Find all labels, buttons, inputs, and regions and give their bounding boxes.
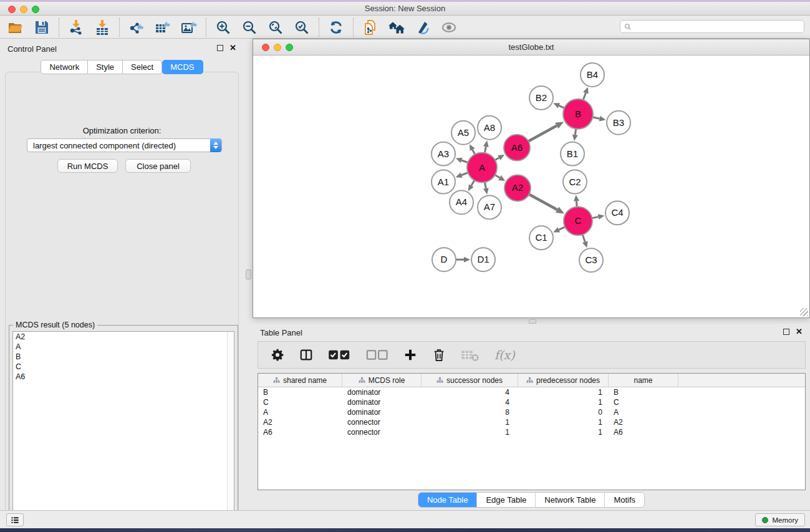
graph-node-C3[interactable]: C3: [579, 248, 603, 272]
tab-edge-table[interactable]: Edge Table: [476, 493, 535, 507]
graph-node-B4[interactable]: B4: [581, 63, 604, 87]
graph-node-C4[interactable]: C4: [605, 201, 629, 225]
list-scrollbar[interactable]: [227, 332, 234, 532]
table-row[interactable]: Bdominator41B: [258, 387, 805, 397]
graph-node-B[interactable]: B: [563, 99, 593, 129]
tab-motifs[interactable]: Motifs: [604, 493, 644, 507]
tab-network[interactable]: Network: [41, 60, 88, 74]
graph-node-A8[interactable]: A8: [478, 116, 501, 140]
network-canvas[interactable]: AA6A2BCA1A3A4A5A7A8B1B2B3B4C1C2C3C4DD1: [253, 56, 809, 317]
close-table-panel-icon[interactable]: ✕: [796, 329, 803, 335]
open-folder-button[interactable]: [6, 18, 25, 37]
graph-node-C[interactable]: C: [564, 206, 592, 235]
tab-node-table[interactable]: Node Table: [418, 493, 477, 507]
select-all-icon[interactable]: [328, 346, 351, 364]
horizontal-splitter-handle[interactable]: [529, 319, 536, 324]
close-panel-button[interactable]: Close panel: [125, 159, 191, 173]
run-mcds-button[interactable]: Run MCDS: [57, 159, 118, 173]
graph-node-A1[interactable]: A1: [432, 170, 455, 194]
graph-node-A6[interactable]: A6: [504, 135, 530, 161]
memory-button[interactable]: Memory: [755, 513, 805, 526]
gear-icon[interactable]: [271, 346, 284, 364]
home-button[interactable]: [387, 18, 406, 37]
mcds-result-item[interactable]: B: [13, 352, 234, 362]
zoom-in-button[interactable]: [214, 18, 233, 37]
table-row[interactable]: A2connector11A2: [258, 417, 805, 427]
graph-node-A2[interactable]: A2: [504, 175, 531, 201]
mcds-result-item[interactable]: A2: [13, 332, 234, 342]
export-image-button[interactable]: [180, 18, 198, 37]
tab-mcds[interactable]: MCDS: [162, 60, 203, 74]
column-header-predecessor-nodes[interactable]: predecessor nodes: [518, 374, 609, 387]
svg-text:B: B: [575, 109, 581, 119]
zoom-out-button[interactable]: [240, 18, 259, 37]
import-network-button[interactable]: [67, 18, 85, 37]
table-cell: 1: [518, 428, 609, 437]
eye-button[interactable]: [440, 18, 458, 37]
search-field[interactable]: [620, 20, 804, 33]
close-panel-icon[interactable]: ✕: [229, 45, 236, 51]
arrowhead-icon: [582, 241, 588, 248]
column-header-shared-name[interactable]: shared name: [258, 374, 342, 387]
float-panel-icon[interactable]: [217, 45, 223, 51]
graph-node-A4[interactable]: A4: [450, 190, 473, 214]
network-graph[interactable]: AA6A2BCA1A3A4A5A7A8B1B2B3B4C1C2C3C4DD1: [253, 56, 809, 317]
resize-grip-icon[interactable]: [800, 308, 808, 316]
split-columns-icon[interactable]: [299, 346, 313, 364]
copy-network-button[interactable]: [361, 18, 380, 37]
zoom-fit-button[interactable]: [266, 18, 285, 37]
float-table-panel-icon[interactable]: [783, 329, 789, 335]
vertical-splitter-handle[interactable]: [246, 269, 251, 279]
table-row[interactable]: Cdominator41C: [258, 397, 805, 407]
task-history-button[interactable]: [6, 513, 24, 526]
tab-network-table[interactable]: Network Table: [535, 493, 604, 507]
function-builder-icon: f(x): [494, 348, 515, 362]
deselect-all-icon[interactable]: [366, 346, 389, 364]
search-input[interactable]: [632, 21, 804, 32]
import-table-button[interactable]: [93, 18, 112, 37]
mcds-result-list[interactable]: A2ABCA6: [12, 331, 234, 532]
delete-icon[interactable]: [432, 346, 446, 364]
save-button[interactable]: [32, 18, 51, 37]
svg-text:A8: A8: [484, 122, 495, 133]
arrowhead-icon: [483, 188, 489, 195]
tab-select[interactable]: Select: [123, 60, 162, 74]
column-header-name[interactable]: name: [609, 374, 678, 387]
graph-node-C1[interactable]: C1: [529, 226, 553, 249]
svg-text:B2: B2: [536, 92, 547, 103]
dropdown-stepper-icon[interactable]: [210, 138, 221, 152]
graph-node-B3[interactable]: B3: [607, 111, 630, 135]
tree-icon: [273, 377, 280, 384]
optimization-criterion-dropdown[interactable]: largest connected component (directed): [27, 138, 222, 152]
mcds-result-item[interactable]: A: [13, 342, 234, 352]
refresh-button[interactable]: [327, 18, 345, 37]
svg-text:D1: D1: [477, 254, 489, 264]
arrowhead-icon: [456, 158, 463, 163]
graph-node-D1[interactable]: D1: [471, 248, 495, 271]
graph-node-A5[interactable]: A5: [451, 121, 475, 145]
graph-node-B1[interactable]: B1: [561, 142, 584, 166]
graph-node-D[interactable]: D: [432, 248, 456, 271]
column-header-MCDS-role[interactable]: MCDS role: [342, 374, 422, 387]
graph-node-A[interactable]: A: [467, 153, 497, 183]
graph-node-C2[interactable]: C2: [563, 170, 587, 194]
zoom-selected-button[interactable]: [292, 18, 311, 37]
add-icon[interactable]: [403, 346, 417, 364]
export-network-button[interactable]: [127, 18, 146, 37]
graph-node-A3[interactable]: A3: [432, 142, 455, 166]
network-window-titlebar[interactable]: testGlobe.txt: [253, 39, 809, 56]
table-row[interactable]: Adominator80A: [258, 407, 805, 417]
svg-text:A6: A6: [511, 142, 523, 153]
svg-text:A1: A1: [438, 177, 449, 187]
column-header-successor-nodes[interactable]: successor nodes: [422, 374, 518, 387]
export-table-button[interactable]: [153, 18, 172, 37]
table-row[interactable]: A6connector11A6: [258, 427, 805, 437]
mcds-result-item[interactable]: A6: [13, 372, 234, 382]
node-table[interactable]: shared nameMCDS rolesuccessor nodesprede…: [258, 373, 806, 490]
show-graphics-button[interactable]: [413, 18, 432, 37]
graph-node-B2[interactable]: B2: [529, 86, 553, 110]
mcds-result-item[interactable]: C: [13, 362, 234, 372]
svg-text:C2: C2: [569, 177, 581, 187]
tab-style[interactable]: Style: [88, 60, 123, 74]
graph-node-A7[interactable]: A7: [478, 195, 501, 219]
